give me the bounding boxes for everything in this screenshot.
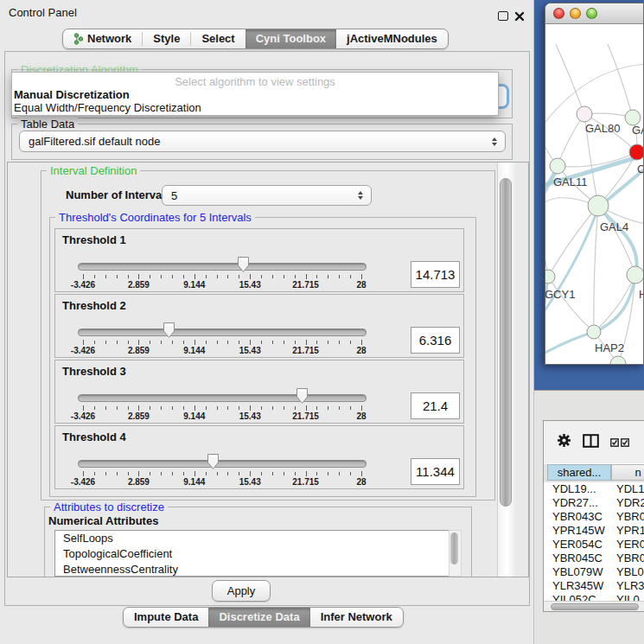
columns-icon[interactable] — [583, 434, 599, 451]
slider-tick-label: -3.426 — [57, 411, 109, 421]
tab-jactivemnodules[interactable]: jActiveMNodules — [336, 29, 448, 48]
table-horizontal-scrollbar[interactable] — [544, 601, 644, 612]
slider-tick — [272, 406, 273, 410]
network-edge[interactable] — [556, 44, 584, 114]
slider-tick-label: 28 — [335, 346, 387, 355]
threshold-value-field[interactable]: 21.4 — [411, 392, 460, 419]
slider-tick — [128, 472, 129, 475]
slider-thumb[interactable] — [296, 387, 309, 408]
slider-tick-label: 15.43 — [224, 477, 276, 487]
attribute-item-betweennesscentrality[interactable]: BetweennessCentrality — [55, 562, 449, 577]
slider-tick — [361, 340, 362, 345]
combobox-value: galFiltered.sif default node — [29, 135, 160, 148]
network-node-h[interactable] — [627, 266, 643, 284]
slider-tick — [350, 472, 351, 475]
threshold-value-field[interactable]: 6.316 — [411, 327, 460, 354]
slider-tick — [183, 472, 184, 475]
slider-tick — [361, 405, 362, 411]
network-node[interactable] — [610, 356, 626, 365]
network-node-gal80[interactable] — [577, 106, 592, 122]
network-window-titlebar[interactable] — [545, 3, 643, 24]
table-data-combobox[interactable]: galFiltered.sif default node — [19, 131, 506, 152]
network-edge[interactable] — [608, 44, 633, 118]
threshold-value-field[interactable]: 11.344 — [411, 458, 460, 485]
slider-tick — [105, 472, 106, 475]
network-edge[interactable] — [558, 114, 584, 166]
attribute-item-selfloops[interactable]: SelfLoops — [55, 531, 449, 546]
slider-tick — [172, 275, 173, 278]
apply-button[interactable]: Apply — [212, 580, 271, 602]
tab-select[interactable]: Select — [191, 29, 245, 48]
gear-icon[interactable] — [557, 433, 571, 451]
slider-tick — [150, 341, 150, 344]
slider-tick-label: -3.426 — [57, 346, 109, 355]
table-row[interactable]: YDL19...YDL1 — [544, 482, 644, 496]
cell-shared-name: YBR043C — [552, 510, 609, 523]
number-of-intervals-spinner[interactable]: 5 — [162, 185, 372, 206]
checkbox-icons[interactable] — [610, 438, 629, 447]
dropdown-option-manual-discretization[interactable]: Manual Discretization — [12, 88, 498, 101]
slider-track[interactable] — [78, 460, 367, 468]
table-row[interactable]: YBL079WYBL0 — [544, 565, 644, 579]
network-edge[interactable] — [571, 364, 618, 365]
slider-track[interactable] — [78, 394, 367, 402]
table-rows: YDL19...YDL1YDR27...YDR2YBR043CYBR0YPR14… — [544, 482, 644, 607]
network-node-gcy1[interactable] — [545, 270, 555, 284]
network-node-label: GAL11 — [553, 175, 588, 188]
table-row[interactable]: YBR043CYBR0 — [544, 510, 644, 524]
table-row[interactable]: YER054CYER0 — [544, 538, 644, 552]
dropdown-option-equal-width-frequency[interactable]: Equal Width/Frequency Discretization — [12, 101, 498, 114]
slider-thumb[interactable] — [207, 453, 220, 474]
slider-tick-label: 21.715 — [280, 477, 332, 487]
tab-network[interactable]: Network — [63, 29, 142, 48]
table-row[interactable]: YDR27...YDR2 — [544, 496, 644, 510]
threshold-panel-1: Threshold 1-3.4262.8599.14415.4321.71528… — [54, 228, 464, 292]
panel-scrollbar-thumb[interactable] — [500, 178, 512, 507]
tab-label: Impute Data — [134, 610, 198, 624]
slider-tick-label: 2.859 — [112, 411, 164, 421]
slider-tick — [206, 275, 207, 278]
slider-tick — [227, 472, 228, 475]
network-edge-highlighted[interactable] — [545, 332, 595, 355]
network-edge[interactable] — [594, 206, 598, 332]
attribute-list-scrollbar-thumb[interactable] — [450, 532, 458, 564]
network-node-gal4[interactable] — [588, 195, 609, 216]
tab-infer-network[interactable]: Infer Network — [310, 608, 403, 627]
network-node-gal11[interactable] — [550, 158, 565, 174]
slider-track[interactable] — [78, 328, 367, 336]
tab-cyni-toolbox[interactable]: Cyni Toolbox — [245, 29, 336, 48]
zoom-traffic-light[interactable] — [586, 8, 597, 19]
cell-shared-name: YBL079W — [552, 565, 609, 578]
slider-tick-label: -3.426 — [57, 280, 109, 290]
float-icon[interactable] — [498, 11, 508, 21]
network-canvas[interactable]: GAL80GACGAL11GAL4GCY1HHAP2 — [545, 25, 643, 365]
close-icon[interactable] — [514, 10, 525, 25]
close-traffic-light[interactable] — [553, 8, 564, 19]
table-hscrollbar-thumb[interactable] — [551, 603, 639, 610]
column-header-shared-name[interactable]: shared... — [547, 464, 611, 481]
table-row[interactable]: YBR045CYBR0 — [544, 552, 644, 565]
threshold-value-field[interactable]: 14.713 — [411, 261, 460, 288]
tab-discretize-data[interactable]: Discretize Data — [208, 608, 309, 627]
table-row[interactable]: YPR145WYPR1 — [544, 524, 644, 538]
slider-tick — [194, 340, 195, 345]
tab-impute-data[interactable]: Impute Data — [124, 608, 208, 627]
table-row[interactable]: YLR345WYLR3 — [544, 579, 644, 593]
network-node-label: GAL4 — [600, 220, 628, 233]
network-edge[interactable] — [548, 277, 594, 332]
slider-thumb[interactable] — [163, 322, 175, 342]
minimize-traffic-light[interactable] — [570, 8, 581, 19]
attribute-item-topologicalcoefficient[interactable]: TopologicalCoefficient — [55, 546, 449, 562]
slider-thumb[interactable] — [237, 256, 250, 277]
cell-name: YBL0 — [616, 565, 644, 578]
slider-tick — [284, 406, 284, 410]
column-header-name[interactable]: n — [611, 464, 644, 481]
cell-shared-name: YBR045C — [552, 552, 609, 564]
network-node-c[interactable] — [629, 144, 643, 160]
tab-style[interactable]: Style — [143, 29, 190, 48]
network-node-hap2[interactable] — [587, 325, 601, 339]
group-title: Interval Definition — [47, 164, 140, 177]
slider-track[interactable] — [78, 263, 367, 271]
cell-name: YLR3 — [616, 579, 644, 592]
network-edge-highlighted[interactable] — [598, 207, 637, 276]
